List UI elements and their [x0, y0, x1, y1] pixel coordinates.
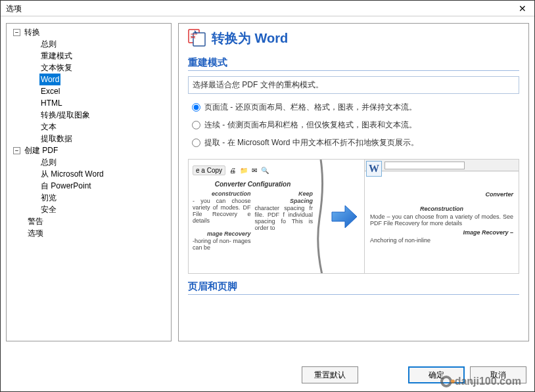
- main-title-row: 转换为 Word: [188, 29, 519, 47]
- radio-continuous[interactable]: [192, 121, 200, 129]
- window-title: 选项: [6, 1, 22, 16]
- tree-node-text[interactable]: 文本: [39, 121, 58, 133]
- preview-word-output: W Converter Reconstruction Mode – you ca…: [364, 160, 519, 273]
- tree-node-warning[interactable]: 警告: [26, 215, 45, 227]
- folder-icon: 📁: [240, 167, 248, 174]
- description-box: 选择最适合您 PDF 文件的重构模式。: [188, 76, 519, 94]
- tree-node-images[interactable]: 转换/提取图象: [39, 109, 91, 121]
- word-ruler: [365, 160, 519, 171]
- printer-icon: 🖨: [229, 167, 236, 174]
- tree-panel: − 转换 总则 重建模式 文本恢复 Word Excel HTML 转换/提取图…: [6, 23, 172, 341]
- tree-node-text-recovery[interactable]: 文本恢复: [39, 62, 74, 74]
- preview-area: e a Copy 🖨 📁 ✉ 🔍 Converter Configuration…: [188, 159, 519, 274]
- bottom-button-bar: 重置默认 确定 取消: [302, 366, 526, 383]
- binoculars-icon: 🔍: [261, 167, 269, 174]
- reset-defaults-button[interactable]: 重置默认: [302, 366, 358, 383]
- ok-button[interactable]: 确定: [408, 366, 465, 383]
- radio-extract-row[interactable]: 提取 - 在 Microsoft Word 中用文本框不折不扣地恢复页展示。: [192, 137, 519, 148]
- section-rebuild-title: 重建模式: [188, 56, 519, 71]
- tree-node-preview[interactable]: 初览: [39, 192, 58, 204]
- mail-icon: ✉: [252, 167, 257, 174]
- tree-node-excel[interactable]: Excel: [39, 85, 61, 97]
- tree-node-rebuild[interactable]: 重建模式: [39, 50, 74, 62]
- content-area: − 转换 总则 重建模式 文本恢复 Word Excel HTML 转换/提取图…: [1, 16, 534, 348]
- preview-right-col: Keep Spacing character spacing fr file. …: [255, 190, 314, 251]
- radio-continuous-row[interactable]: 连续 - 侦测页面布局和栏格，但仅恢复格式，图表和文本流。: [192, 120, 519, 131]
- tree-node-html[interactable]: HTML: [39, 97, 64, 109]
- expander-icon[interactable]: −: [13, 147, 20, 154]
- radio-continuous-label: 连续 - 侦测页面布局和栏格，但仅恢复格式，图表和文本流。: [204, 120, 417, 131]
- arrow-icon: [325, 160, 364, 273]
- word-app-icon: W: [366, 161, 382, 177]
- tree-node-options[interactable]: 选项: [26, 227, 45, 239]
- radio-extract[interactable]: [192, 139, 200, 147]
- tree-node-word[interactable]: Word: [39, 74, 60, 85]
- titlebar: 选项 ✕: [1, 1, 534, 16]
- main-title: 转换为 Word: [212, 30, 288, 47]
- preview-toolbar: e a Copy 🖨 📁 ✉ 🔍: [193, 163, 313, 177]
- close-icon[interactable]: ✕: [516, 1, 529, 16]
- tree-node-convert[interactable]: 转换: [23, 26, 41, 38]
- section-header-footer-title: 页眉和页脚: [188, 280, 519, 295]
- tree-node-data[interactable]: 提取数据: [39, 133, 74, 144]
- radio-flow[interactable]: [192, 103, 200, 112]
- tree-node-from-ppt[interactable]: 自 PowerPoint: [39, 180, 93, 192]
- preview-source: e a Copy 🖨 📁 ✉ 🔍 Converter Configuration…: [189, 160, 317, 273]
- radio-extract-label: 提取 - 在 Microsoft Word 中用文本框不折不扣地恢复页展示。: [204, 137, 419, 148]
- tree-node-security[interactable]: 安全: [39, 204, 58, 215]
- radio-flow-row[interactable]: 页面流 - 还原页面布局、栏格、格式，图表，并保持文本流。: [192, 102, 519, 113]
- main-panel: 转换为 Word 重建模式 选择最适合您 PDF 文件的重构模式。 页面流 - …: [178, 23, 529, 341]
- page-curl-divider: [317, 160, 325, 273]
- tree-node-general2[interactable]: 总则: [39, 156, 58, 168]
- tree-node-from-word[interactable]: 从 Microsoft Word: [39, 168, 105, 180]
- preview-conf-heading: Converter Configuration: [193, 181, 313, 188]
- preview-left-col: econstruction - you can choose variety o…: [193, 190, 251, 251]
- tree-node-general[interactable]: 总则: [39, 38, 58, 50]
- radio-flow-label: 页面流 - 还原页面布局、栏格、格式，图表，并保持文本流。: [204, 102, 417, 113]
- svg-rect-1: [193, 33, 205, 46]
- expander-icon[interactable]: −: [13, 29, 20, 36]
- convert-to-word-icon: [188, 29, 206, 47]
- copy-button-preview: e a Copy: [193, 165, 225, 175]
- cancel-button[interactable]: 取消: [470, 366, 526, 383]
- tree-node-create-pdf[interactable]: 创建 PDF: [23, 144, 59, 156]
